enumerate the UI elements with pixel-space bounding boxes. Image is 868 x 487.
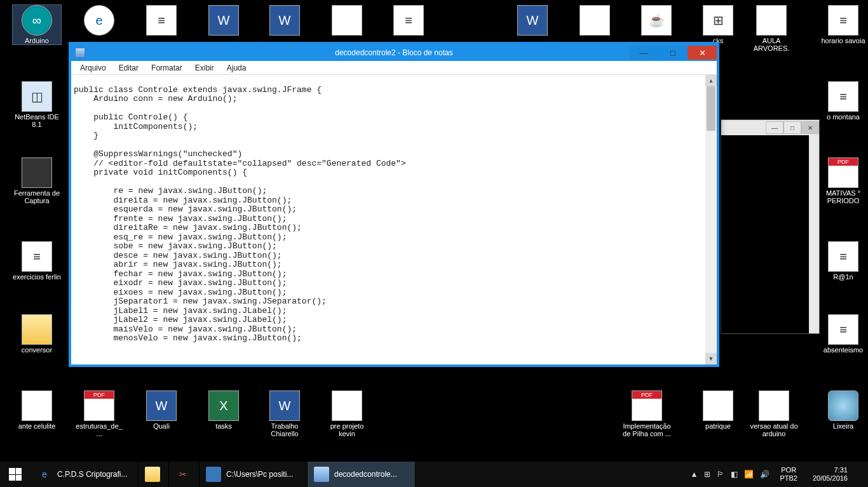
desktop-icon[interactable]: W: [508, 5, 557, 37]
txt-icon: ≡: [828, 5, 858, 36]
desktop-icon-label: exercicios ferlin: [13, 273, 61, 281]
desktop-icon[interactable]: ∞Arduino: [13, 5, 61, 44]
menu-item-ajuda[interactable]: Ajuda: [220, 62, 253, 74]
desktop-icon[interactable]: ⊞cks: [694, 5, 742, 44]
bgwin-close-button[interactable]: ✕: [801, 121, 819, 134]
taskbar-item[interactable]: [139, 462, 169, 487]
desktop-icon[interactable]: ≡horario savoia: [819, 5, 867, 44]
taskbar-app-icon: e: [37, 467, 52, 482]
desktop-icon-label: o montana: [819, 113, 867, 121]
snip-icon: ✂: [22, 157, 52, 188]
txt-icon: [703, 390, 733, 421]
word-icon: W: [208, 5, 239, 36]
desktop-icon[interactable]: conversor: [13, 314, 61, 354]
taskbar-item[interactable]: C:\Users\Pc positi...: [200, 462, 308, 487]
trash-icon: [828, 390, 858, 421]
maximize-button[interactable]: □: [658, 46, 688, 60]
notepad-scrollbar[interactable]: ▲ ▼: [705, 75, 717, 364]
taskbar-item[interactable]: decodedcontrole...: [308, 462, 416, 487]
ie-icon: e: [84, 5, 114, 36]
desktop-icon[interactable]: ✂Ferramenta de Captura: [13, 157, 61, 204]
desktop-icon[interactable]: e: [75, 5, 123, 37]
tray-icon[interactable]: 🏳: [717, 470, 724, 479]
desktop-icon-label: Ferramenta de Captura: [13, 189, 61, 204]
menu-item-formatar[interactable]: Formatar: [145, 62, 189, 74]
tray-icon[interactable]: ▲: [691, 470, 698, 479]
word-icon: W: [269, 390, 300, 421]
scroll-up-button[interactable]: ▲: [705, 75, 717, 86]
desktop-icon-label: ante celulite: [13, 422, 61, 430]
desktop-icon-label: pre projeto kevin: [323, 422, 371, 437]
menu-item-exibir[interactable]: Exibir: [189, 62, 220, 74]
desktop-icon[interactable]: ≡o montana: [819, 81, 867, 121]
desktop-icon[interactable]: ◫NetBeans IDE 8.1: [13, 81, 61, 128]
pdf-icon: [84, 390, 114, 421]
background-window[interactable]: — □ ✕: [721, 119, 820, 334]
desktop-icon[interactable]: ≡: [137, 5, 186, 37]
bgwin-minimize-button[interactable]: —: [766, 121, 783, 134]
scroll-down-button[interactable]: ▼: [705, 353, 717, 364]
desktop-icon[interactable]: Implementação de Pilha com ...: [623, 390, 671, 437]
desktop-icon[interactable]: pre projeto kevin: [323, 390, 371, 437]
taskbar-app-icon: ✂: [175, 467, 191, 482]
word-icon: W: [269, 5, 300, 36]
desktop-icon-label: Quali: [137, 422, 186, 430]
notepad-textarea[interactable]: public class Controle extends javax.swin…: [71, 75, 705, 364]
pdf-icon: [632, 390, 662, 421]
desktop-icon[interactable]: ≡absenteismo: [819, 314, 867, 354]
desktop-icon[interactable]: [323, 5, 371, 37]
desktop-icon-label: R@1n: [819, 273, 867, 281]
desktop-icon[interactable]: patrique: [694, 390, 742, 430]
desktop-icon[interactable]: Lixeira: [819, 390, 867, 430]
notepad-window[interactable]: decodedcontrole2 - Bloco de notas — □ ✕ …: [69, 42, 719, 367]
bgwin-scrollbar[interactable]: [809, 135, 819, 333]
txt-icon: ≡: [146, 5, 177, 36]
desktop-icon[interactable]: W: [200, 5, 248, 37]
desktop-icon-label: tasks: [200, 422, 248, 430]
desktop-icon[interactable]: W: [261, 5, 309, 37]
desktop-icon-label: NetBeans IDE 8.1: [13, 113, 61, 128]
desktop-icon[interactable]: WTrabalho Chiarello: [261, 390, 309, 437]
desktop-icon[interactable]: WQuali: [137, 390, 186, 430]
menu-item-arquivo[interactable]: Arquivo: [74, 62, 112, 74]
tray-icon[interactable]: 🔊: [760, 470, 770, 479]
word-icon: W: [517, 5, 548, 36]
menu-item-editar[interactable]: Editar: [112, 62, 145, 74]
desktop-icon[interactable]: [571, 5, 619, 37]
taskbar-item[interactable]: eC.P.D.S Criptografi...: [31, 462, 139, 487]
scroll-thumb[interactable]: [707, 86, 715, 131]
desktop[interactable]: ∞Arduinoe≡WW≡W☕⊞cksAULA ARVORES.≡horario…: [0, 0, 868, 487]
start-button[interactable]: [0, 462, 31, 487]
desktop-icon[interactable]: Xtasks: [200, 390, 248, 430]
folder-icon: [22, 314, 52, 345]
desktop-icon[interactable]: AULA ARVORES.: [747, 5, 796, 52]
desktop-icon-label: patrique: [694, 422, 742, 430]
clock[interactable]: 7:31 20/05/2016: [808, 466, 853, 482]
bgwin-maximize-button[interactable]: □: [783, 121, 801, 134]
desktop-icon[interactable]: MATIVAS ° PERIODO: [819, 157, 867, 204]
close-button[interactable]: ✕: [688, 46, 717, 60]
desktop-icon[interactable]: ≡exercicios ferlin: [13, 241, 61, 281]
desktop-icon[interactable]: ante celulite: [13, 390, 61, 430]
desktop-icon-label: versao atual do arduino: [750, 422, 798, 437]
tray-icon[interactable]: ⊞: [704, 470, 710, 479]
taskbar-item[interactable]: ✂: [169, 462, 200, 487]
bgwin-titlebar[interactable]: — □ ✕: [721, 120, 819, 135]
desktop-icon-label: absenteismo: [819, 346, 867, 354]
desktop-icon[interactable]: ≡: [384, 5, 433, 37]
language-indicator[interactable]: POR PTB2: [776, 466, 801, 482]
minimize-button[interactable]: —: [629, 46, 658, 60]
tray-icon[interactable]: ◧: [731, 470, 738, 479]
desktop-icon[interactable]: versao atual do arduino: [750, 390, 798, 437]
txt-icon: ≡: [828, 241, 858, 272]
tray-icon[interactable]: 📶: [744, 470, 754, 479]
taskbar-item-label: C.P.D.S Criptografi...: [57, 470, 127, 479]
desktop-icon[interactable]: estruturas_de_...: [75, 390, 123, 437]
taskbar-item-label: decodedcontrole...: [334, 470, 397, 479]
notepad-titlebar[interactable]: decodedcontrole2 - Bloco de notas — □ ✕: [71, 44, 717, 61]
txt-icon: ≡: [828, 81, 858, 112]
desktop-icon[interactable]: ☕: [632, 5, 681, 37]
desktop-icon[interactable]: ≡R@1n: [819, 241, 867, 281]
arduino-icon: ∞: [22, 5, 52, 36]
taskbar-app-icon: [206, 467, 221, 482]
